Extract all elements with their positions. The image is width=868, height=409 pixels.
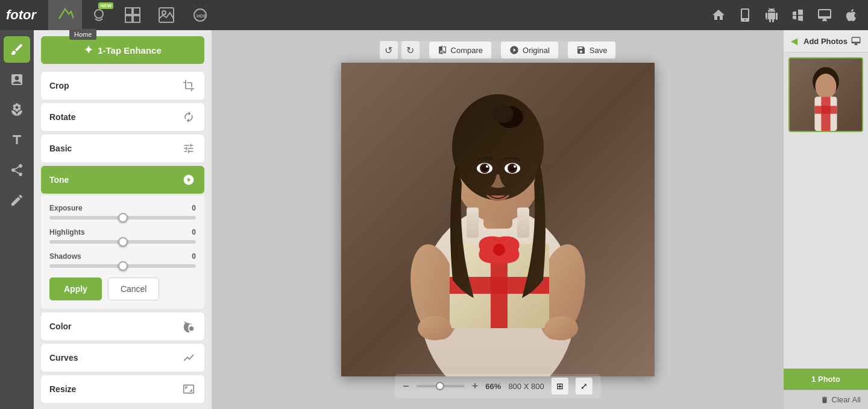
photo-canvas <box>341 63 655 376</box>
home-icon-btn[interactable] <box>708 4 729 26</box>
svg-point-40 <box>418 316 451 340</box>
exposure-thumb[interactable] <box>118 213 128 223</box>
mobile-icon-btn[interactable] <box>734 4 756 26</box>
zoom-minus-button[interactable]: − <box>403 380 409 393</box>
svg-rect-1 <box>125 8 132 14</box>
top-tool-collage[interactable] <box>116 0 149 30</box>
shadows-value: 0 <box>192 252 196 261</box>
icon-sidebar <box>0 30 34 409</box>
top-tool-enhance[interactable] <box>48 0 82 30</box>
shadows-track[interactable] <box>49 264 196 268</box>
svg-point-37 <box>514 165 516 168</box>
resize-icon <box>181 382 196 396</box>
original-label: Original <box>523 46 550 55</box>
svg-point-29 <box>492 105 514 123</box>
tool-crop-label: Crop <box>49 81 69 90</box>
rotate-icon <box>181 110 196 124</box>
photo-count-footer: 1 Photo <box>784 369 868 390</box>
exposure-track[interactable] <box>49 216 196 220</box>
highlights-thumb[interactable] <box>118 237 128 247</box>
tool-rotate-label: Rotate <box>49 112 76 122</box>
exposure-slider-row: Exposure 0 <box>49 204 196 220</box>
monitor-icon-btn[interactable] <box>814 4 835 26</box>
wand-icon: ✦ <box>84 43 93 57</box>
top-tool-hdr[interactable]: HDR <box>183 0 217 30</box>
tool-basic[interactable]: Basic <box>41 135 204 162</box>
svg-rect-3 <box>125 16 132 22</box>
shadows-slider-row: Shadows 0 <box>49 252 196 268</box>
fullscreen-button[interactable]: ⤢ <box>576 378 593 395</box>
tool-resize[interactable]: Resize <box>41 375 204 403</box>
undo-button[interactable]: ↺ <box>380 41 398 59</box>
curves-icon <box>181 350 196 365</box>
tools-panel: ✦ 1-Tap Enhance Crop Rotate Basic <box>34 30 212 409</box>
compare-label: Compare <box>451 46 483 55</box>
sidebar-icon-brush[interactable] <box>4 36 30 63</box>
sidebar-icon-portrait[interactable] <box>4 66 30 93</box>
shadows-label: Shadows <box>49 252 81 261</box>
highlights-value: 0 <box>192 228 196 236</box>
collapse-button[interactable]: ◀ <box>791 36 797 46</box>
svg-point-0 <box>95 10 103 18</box>
color-icon <box>181 319 196 334</box>
svg-text:HDR: HDR <box>197 13 207 19</box>
top-toolbar-right <box>708 4 862 26</box>
highlights-label: Highlights <box>49 228 85 236</box>
sidebar-icon-edit[interactable] <box>4 187 30 214</box>
original-button[interactable]: Original <box>501 42 558 59</box>
photo-thumbnail[interactable] <box>788 57 863 132</box>
photo-thumbs <box>784 52 868 369</box>
windows-icon-btn[interactable] <box>787 4 809 26</box>
undo-redo-group: ↺ ↻ <box>380 41 420 59</box>
save-label: Save <box>590 46 608 55</box>
zoom-percentage: 66% <box>485 382 501 391</box>
android-icon-btn[interactable] <box>761 4 782 26</box>
monitor-icon <box>851 36 861 46</box>
canvas-toolbar: ↺ ↻ Compare Original Save <box>380 41 616 59</box>
redo-button[interactable]: ↻ <box>401 41 420 59</box>
fit-view-button[interactable]: ⊞ <box>552 378 568 395</box>
tool-curves[interactable]: Curves <box>41 344 204 372</box>
tool-basic-label: Basic <box>49 144 72 153</box>
apply-button[interactable]: Apply <box>49 277 102 300</box>
clear-all-button[interactable]: Clear All <box>820 395 861 404</box>
photo-thumb-inner <box>790 59 862 131</box>
tool-color-label: Color <box>49 322 72 331</box>
zoom-slider[interactable] <box>417 385 465 387</box>
tone-expanded-panel: Exposure 0 Highlights 0 <box>41 195 204 309</box>
zoom-slider-thumb[interactable] <box>436 382 444 390</box>
crop-icon <box>181 78 196 93</box>
one-tap-enhance-button[interactable]: ✦ 1-Tap Enhance <box>41 36 204 64</box>
highlights-slider-row: Highlights 0 <box>49 228 196 244</box>
zoom-bar: − + 66% 800 X 800 ⊞ ⤢ <box>394 374 600 398</box>
svg-rect-39 <box>517 208 529 238</box>
tool-color[interactable]: Color <box>41 312 204 340</box>
canvas-dimensions: 800 X 800 <box>508 382 544 391</box>
svg-point-6 <box>162 11 166 14</box>
top-tool-scene[interactable] <box>149 0 183 30</box>
top-tool-beauty[interactable]: NEW <box>82 0 116 30</box>
tool-tone[interactable]: Tone <box>41 166 204 194</box>
add-photos-label: Add Photos <box>804 37 848 46</box>
tone-icon <box>181 173 196 187</box>
app-logo: fotor <box>6 7 36 23</box>
svg-rect-48 <box>814 106 837 114</box>
zoom-plus-button[interactable]: + <box>472 380 479 393</box>
sidebar-icon-share[interactable] <box>4 157 30 183</box>
cancel-button[interactable]: Cancel <box>108 277 160 300</box>
svg-point-33 <box>486 165 488 168</box>
sidebar-icon-text[interactable] <box>4 127 30 153</box>
tool-crop[interactable]: Crop <box>41 72 204 100</box>
exposure-label: Exposure <box>49 204 83 212</box>
highlights-track[interactable] <box>49 240 196 244</box>
save-button[interactable]: Save <box>568 42 616 59</box>
tool-rotate[interactable]: Rotate <box>41 103 204 131</box>
canvas-area: ↺ ↻ Compare Original Save <box>212 30 784 409</box>
shadows-thumb[interactable] <box>118 261 128 271</box>
apple-icon-btn[interactable] <box>840 4 862 26</box>
sidebar-icon-flower[interactable] <box>4 97 30 123</box>
photo-count-label: 1 Photo <box>811 375 840 384</box>
trash-icon <box>820 396 829 404</box>
tool-resize-label: Resize <box>49 384 76 394</box>
compare-button[interactable]: Compare <box>429 42 491 59</box>
